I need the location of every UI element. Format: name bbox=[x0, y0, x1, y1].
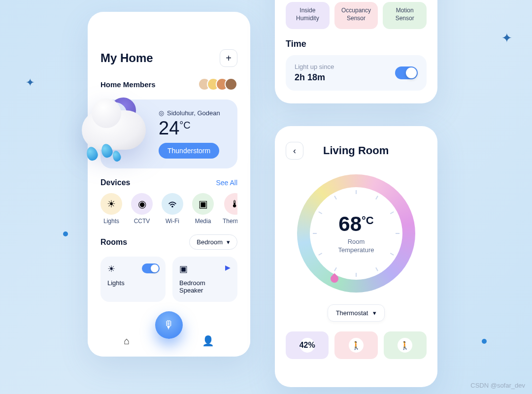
home-screen: My Home + Home Members ◎ Sidoluhur, Gode… bbox=[88, 12, 250, 357]
sun-icon: ☀ bbox=[100, 193, 122, 215]
watermark: CSDN @sofar_dev bbox=[470, 382, 525, 389]
thermostat-select[interactable]: Thermostat▾ bbox=[328, 304, 385, 322]
avatar[interactable] bbox=[225, 78, 237, 91]
sensors-screen: InsideHumidity OccupancySensor MotionSen… bbox=[275, 0, 437, 103]
speaker-icon: ▣ bbox=[179, 263, 231, 274]
dial-inner: 68°C RoomTemperature bbox=[310, 187, 402, 280]
title-row: My Home + bbox=[100, 49, 237, 67]
wifi-icon bbox=[162, 193, 183, 215]
location-text: Sidoluhur, Godean bbox=[167, 109, 220, 117]
room-detail-header: ‹ Living Room bbox=[286, 142, 427, 160]
add-button[interactable]: + bbox=[220, 49, 237, 67]
see-all-link[interactable]: See All bbox=[216, 179, 237, 187]
stat-motion[interactable]: 🚶 bbox=[384, 331, 427, 359]
chevron-down-icon: ▾ bbox=[227, 238, 230, 246]
sensor-row: InsideHumidity OccupancySensor MotionSen… bbox=[286, 2, 427, 29]
stat-humidity[interactable]: 42% bbox=[286, 331, 329, 359]
chevron-down-icon: ▾ bbox=[373, 309, 376, 317]
svg-point-0 bbox=[172, 206, 173, 207]
weather-condition: Thunderstorm bbox=[159, 143, 219, 159]
temperature: 24°C bbox=[159, 118, 228, 139]
sensor-humidity[interactable]: InsideHumidity bbox=[286, 2, 330, 29]
device-media[interactable]: ▣Media bbox=[192, 193, 214, 225]
location-pin-icon: ◎ bbox=[159, 109, 164, 117]
weather-card: ◎ Sidoluhur, Godean 24°C Thunderstorm bbox=[100, 99, 237, 168]
avatars[interactable] bbox=[202, 78, 237, 91]
room-card-lights[interactable]: ☀ Lights bbox=[100, 257, 166, 302]
devices-title: Devices bbox=[100, 178, 131, 187]
time-title: Time bbox=[286, 39, 427, 49]
stat-occupancy[interactable]: 🚶 bbox=[334, 331, 377, 359]
lights-toggle[interactable] bbox=[142, 263, 160, 273]
rooms-title: Rooms bbox=[100, 238, 127, 247]
dot-decoration bbox=[482, 339, 487, 344]
back-button[interactable]: ‹ bbox=[286, 142, 303, 160]
weather-icon bbox=[72, 96, 151, 164]
device-wifi[interactable]: Wi-Fi bbox=[162, 193, 183, 225]
rooms-header: Rooms Bedroom▾ bbox=[100, 234, 237, 250]
sparkle-decoration: ✦ bbox=[26, 76, 34, 89]
dial-temperature: 68°C bbox=[338, 212, 373, 236]
tab-bar: ⌂ 🎙 👤 bbox=[88, 325, 250, 357]
members-row: Home Members bbox=[100, 78, 237, 91]
lightup-label: Light up since bbox=[295, 63, 334, 70]
devices-header: Devices See All bbox=[100, 178, 237, 187]
thermometer-icon: 🌡 bbox=[224, 193, 237, 215]
motion-icon: 🚶 bbox=[398, 338, 412, 353]
room-cards: ☀ Lights ▣ ▶ Bedroom Speaker bbox=[100, 257, 237, 302]
device-lights[interactable]: ☀Lights bbox=[100, 193, 122, 225]
home-tab-icon[interactable]: ⌂ bbox=[124, 335, 130, 347]
profile-tab-icon[interactable]: 👤 bbox=[202, 335, 214, 347]
sensor-motion[interactable]: MotionSensor bbox=[383, 2, 427, 29]
room-detail-screen: ‹ Living Room 68°C RoomTemperature bbox=[275, 126, 437, 387]
device-thermostat[interactable]: 🌡Thermost bbox=[223, 193, 237, 225]
room-card-name: Bedroom Speaker bbox=[179, 279, 231, 294]
camera-icon: ◉ bbox=[131, 193, 153, 215]
members-label: Home Members bbox=[100, 80, 156, 89]
sensor-occupancy[interactable]: OccupancySensor bbox=[334, 2, 378, 29]
page-title: My Home bbox=[100, 51, 153, 65]
thermostat-dial[interactable]: 68°C RoomTemperature bbox=[297, 174, 415, 293]
mic-button[interactable]: 🎙 bbox=[155, 311, 183, 339]
play-icon[interactable]: ▶ bbox=[225, 263, 231, 271]
dial-subtitle: RoomTemperature bbox=[338, 238, 374, 255]
room-card-name: Lights bbox=[107, 279, 159, 287]
room-card-speaker[interactable]: ▣ ▶ Bedroom Speaker bbox=[172, 257, 237, 302]
device-cctv[interactable]: ◉CCTV bbox=[131, 193, 153, 225]
location-row: ◎ Sidoluhur, Godean bbox=[159, 109, 228, 117]
speaker-icon: ▣ bbox=[192, 193, 214, 215]
sparkle-decoration: ✦ bbox=[501, 31, 512, 46]
lightup-value: 2h 18m bbox=[295, 72, 334, 83]
dot-decoration bbox=[63, 231, 68, 236]
person-icon: 🚶 bbox=[349, 338, 364, 353]
room-filter-select[interactable]: Bedroom▾ bbox=[189, 234, 237, 250]
thermostat-dial-wrap: 68°C RoomTemperature bbox=[286, 174, 427, 293]
time-card: Light up since 2h 18m bbox=[286, 55, 427, 91]
stat-row: 42% 🚶 🚶 bbox=[286, 331, 427, 359]
lightup-toggle[interactable] bbox=[395, 66, 418, 79]
room-title: Living Room bbox=[323, 144, 389, 157]
devices-row: ☀Lights ◉CCTV Wi-Fi ▣Media 🌡Thermost bbox=[100, 193, 237, 225]
